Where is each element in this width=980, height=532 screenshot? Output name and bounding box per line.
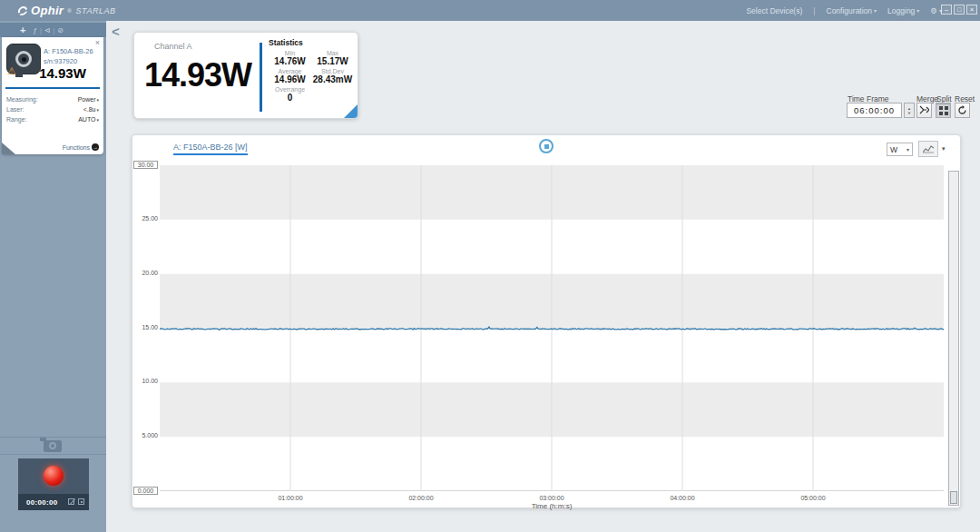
x-tick-label: 01:00:00 [268,495,313,501]
timeframe-stepper[interactable]: ▲ ▼ [904,103,915,118]
chart-type-dropdown-icon[interactable]: ▾ [942,145,946,153]
record-button[interactable] [44,466,64,486]
collapse-sidebar-icon[interactable]: < [112,24,120,39]
menu-select-devices[interactable]: Select Device(s) [746,6,802,15]
accent-divider [5,87,100,89]
menu-separator: | [813,6,815,15]
stat-label-max: Max [311,48,354,56]
channel-label: Channel A [154,42,192,51]
title-bar: Ophir ® STARLAB Select Device(s) | Confi… [0,0,980,21]
add-device-button[interactable]: + [20,25,25,35]
sidebar-toolbar: + ƒ | ⊲ | ⊘ [0,23,106,37]
stat-value-overrange: 0 [269,93,311,103]
stepper-down-icon[interactable]: ▼ [907,111,911,115]
chart-scrollbar[interactable] [948,171,959,506]
measuring-value: Power [78,96,96,103]
close-icon[interactable]: × [95,38,100,47]
reset-icon [957,105,967,115]
menu-select-devices-label: Select Device(s) [746,6,802,15]
range-select[interactable]: AUTO ▾ [78,116,99,123]
screenshot-row [0,437,106,455]
range-label: Range: [6,116,27,123]
menu-configuration[interactable]: Configuration ▾ [827,6,877,15]
chart-panel: A: F150A-BB-26 [W] W ▾ ▾ 30.0025.0020.00… [132,134,961,508]
pause-chart-button[interactable] [539,139,554,153]
y-tick-label: 10.00 [133,378,158,384]
stat-value-stddev: 28.43mW [311,74,354,84]
maximize-button[interactable]: □ [954,5,965,15]
laser-value: <.8u [83,106,96,113]
reset-button[interactable] [955,103,970,118]
y-tick-label: 20.00 [133,270,158,276]
stat-value-average: 14.96W [269,74,311,84]
camera-lens [49,442,56,449]
device-name: A: F150A-BB-26 [44,47,93,55]
scrollbar-thumb[interactable] [950,491,957,504]
range-value: AUTO [78,116,95,123]
statistics-panel: Statistics Min Max 14.76W 15.17W Average… [269,38,354,103]
recorder-tools-icon[interactable] [78,498,84,505]
power-trend-chart[interactable] [160,165,944,491]
unit-value: W [890,145,897,154]
laser-select[interactable]: <.8u ▾ [83,106,99,113]
unit-select[interactable]: W ▾ [887,143,913,156]
device-serial: s/n:937920 [44,57,77,65]
chevron-down-icon: ▾ [96,97,99,103]
record-icon[interactable]: ⊘ [57,26,64,34]
split-button[interactable] [936,103,951,118]
gear-icon: ⚙ [930,6,937,15]
line-chart-icon [923,144,934,153]
stat-label-overrange: Overrange [269,84,311,93]
chart-tab[interactable]: A: F150A-BB-26 [W] [173,143,248,155]
chevron-down-icon: ▾ [906,146,909,153]
chart-type-button[interactable] [918,141,938,157]
card-corner-fold[interactable] [344,104,358,118]
y-tick-label: 30.00 [133,161,158,169]
measuring-label: Measuring: [6,96,38,103]
record-timer: 00:00:00 [26,498,57,507]
functions-link[interactable]: Functions → [63,143,99,151]
timeframe-input[interactable]: 06:00:00 [847,103,902,118]
chevron-down-icon: ▾ [874,7,877,14]
app-logo: Ophir ® STARLAB [18,4,115,17]
statistics-title: Statistics [269,38,354,47]
device-settings: Measuring: Power ▾ Laser: <.8u ▾ Range: … [6,94,99,124]
chevron-down-icon: ▾ [916,7,919,14]
play-icon[interactable]: ⊲ [44,26,51,34]
brand-suffix: STARLAB [76,6,116,15]
recorder-panel: 00:00:00 [18,458,89,510]
chart-canvas[interactable] [160,165,944,491]
stat-label-min: Min [269,48,311,56]
menu-logging-label: Logging [887,6,915,15]
channel-summary-card[interactable]: Channel A 14.93W Statistics Min Max 14.7… [133,32,358,119]
device-card[interactable]: × A: F150A-BB-26 s/n:937920 ⚠ 14.93W Mea… [2,37,103,154]
card-divider [260,43,262,112]
x-tick-label: 04:00:00 [660,495,705,501]
measuring-row: Measuring: Power ▾ [6,94,99,104]
stat-label-average: Average [269,66,311,74]
chevron-down-icon: ▾ [96,107,99,113]
y-tick-label: 5.000 [133,432,158,438]
x-tick-label: 03:00:00 [529,495,574,501]
stat-value-min: 14.76W [269,56,311,66]
y-tick-label: 15.00 [133,324,158,330]
x-axis-title: Time (h:m:s) [160,502,944,510]
top-menu: Select Device(s) | Configuration ▾ Loggi… [746,0,942,21]
measuring-select[interactable]: Power ▾ [78,96,99,103]
channel-reading: 14.93W [138,56,258,94]
function-icon[interactable]: ƒ [33,26,36,34]
toolbar-divider: | [53,27,54,34]
menu-logging[interactable]: Logging ▾ [887,6,919,15]
recorder-expand-icon[interactable] [68,498,74,505]
laser-label: Laser: [6,106,24,113]
warning-icon: ⚠ [7,65,16,77]
laser-row: Laser: <.8u ▾ [6,104,99,114]
close-button[interactable]: × [966,5,977,15]
sensor-center [22,57,26,62]
merge-button[interactable] [916,103,932,118]
x-tick-label: 05:00:00 [790,495,836,501]
window-controls: – □ × [941,5,977,15]
minimize-button[interactable]: – [941,5,952,15]
statistics-grid: Min Max 14.76W 15.17W Average Std.Dev 14… [269,48,354,103]
camera-icon[interactable] [44,440,62,452]
